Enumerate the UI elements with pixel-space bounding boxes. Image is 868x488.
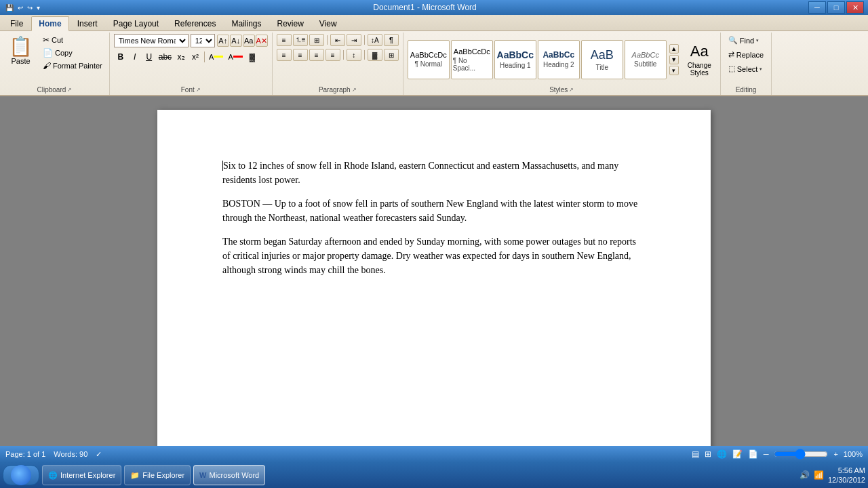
qa-dropdown-button[interactable]: ▾ bbox=[35, 4, 41, 12]
numbering-button[interactable]: ⒈≡ bbox=[293, 34, 308, 46]
clear-formatting-button[interactable]: A✕ bbox=[256, 35, 268, 47]
tab-page-layout[interactable]: Page Layout bbox=[106, 16, 166, 30]
sort-button[interactable]: ↕A bbox=[368, 34, 382, 46]
styles-expander[interactable]: ↗ bbox=[569, 87, 574, 93]
taskbar-word-button[interactable]: W Microsoft Word bbox=[193, 465, 265, 485]
tab-view[interactable]: View bbox=[312, 16, 344, 30]
document-page[interactable]: Six to 12 inches of snow fell in Rhode I… bbox=[157, 110, 711, 446]
tab-insert[interactable]: Insert bbox=[70, 16, 105, 30]
change-case-button[interactable]: Aa bbox=[243, 35, 255, 47]
zoom-slider[interactable] bbox=[774, 450, 828, 458]
ie-icon: 🌐 bbox=[48, 471, 58, 480]
styles-more-button[interactable]: ▾ bbox=[669, 66, 679, 75]
line-spacing-button[interactable]: ↕ bbox=[347, 49, 361, 61]
tab-home[interactable]: Home bbox=[31, 16, 68, 31]
superscript-button[interactable]: x² bbox=[189, 50, 202, 64]
tab-file[interactable]: File bbox=[3, 16, 31, 30]
word-count: Words: 90 bbox=[54, 450, 87, 458]
align-right-button[interactable]: ≡ bbox=[309, 49, 324, 61]
styles-scroll-down-button[interactable]: ▼ bbox=[669, 55, 679, 64]
subscript-button[interactable]: x₂ bbox=[174, 50, 188, 64]
clock-date: 12/30/2012 bbox=[828, 475, 865, 485]
styles-scroll-up-button[interactable]: ▲ bbox=[669, 44, 679, 54]
text-highlight-button[interactable]: A bbox=[207, 50, 225, 64]
volume-icon[interactable]: 📶 bbox=[814, 470, 824, 480]
redo-qa-button[interactable]: ↪ bbox=[26, 4, 34, 12]
tab-mailings[interactable]: Mailings bbox=[224, 16, 269, 30]
view-normal-icon[interactable]: ▤ bbox=[692, 449, 699, 459]
start-button[interactable] bbox=[3, 465, 39, 485]
indent-decrease-button[interactable]: ⇤ bbox=[330, 34, 345, 46]
view-outline-icon[interactable]: 📝 bbox=[732, 449, 743, 459]
change-styles-button[interactable]: Aa Change Styles bbox=[683, 39, 716, 80]
paste-label: Paste bbox=[11, 57, 30, 65]
style-subtitle[interactable]: AaBbCc Subtitle bbox=[625, 40, 667, 79]
spell-check-icon[interactable]: ✓ bbox=[96, 450, 102, 459]
bold-button[interactable]: B bbox=[114, 50, 127, 64]
save-qa-button[interactable]: 💾 bbox=[4, 4, 15, 12]
font-color-button[interactable]: A bbox=[226, 50, 244, 64]
font-expander[interactable]: ↗ bbox=[196, 87, 201, 93]
minimize-button[interactable]: ─ bbox=[808, 1, 826, 14]
grow-font-button[interactable]: A↑ bbox=[217, 35, 229, 47]
zoom-out-button[interactable]: ─ bbox=[764, 450, 769, 458]
system-clock[interactable]: 5:56 AM 12/30/2012 bbox=[828, 466, 865, 485]
view-full-screen-icon[interactable]: ⊞ bbox=[705, 449, 711, 459]
replace-button[interactable]: ⇄ Replace bbox=[725, 48, 767, 61]
shrink-font-button[interactable]: A↓ bbox=[230, 35, 242, 47]
select-button[interactable]: ⬚ Select ▾ bbox=[725, 62, 767, 75]
style-heading1[interactable]: AaBbCc Heading 1 bbox=[494, 40, 536, 79]
network-icon[interactable]: 🔊 bbox=[800, 470, 810, 480]
justify-button[interactable]: ≡ bbox=[326, 49, 340, 61]
zoom-in-button[interactable]: + bbox=[833, 450, 837, 458]
tab-review[interactable]: Review bbox=[269, 16, 311, 30]
paste-button[interactable]: 📋 Paste bbox=[4, 34, 37, 68]
styles-gallery: AaBbCcDc ¶ Normal AaBbCcDc ¶ No Spaci...… bbox=[408, 40, 667, 79]
style-title[interactable]: AaB Title bbox=[581, 40, 623, 79]
view-web-icon[interactable]: 🌐 bbox=[717, 449, 727, 459]
style-heading2[interactable]: AaBbCc Heading 2 bbox=[538, 40, 580, 79]
multilevel-button[interactable]: ⊞ bbox=[309, 34, 324, 46]
font-content: Times New Roman 12 A↑ A↓ Aa A✕ B I U bbox=[114, 34, 268, 85]
font-name-select[interactable]: Times New Roman bbox=[114, 34, 189, 47]
paste-icon: 📋 bbox=[9, 37, 33, 56]
editing-buttons: 🔍 Find ▾ ⇄ Replace ⬚ Select ▾ bbox=[725, 34, 767, 75]
font-size-select[interactable]: 12 bbox=[191, 34, 215, 47]
view-draft-icon[interactable]: 📄 bbox=[748, 449, 758, 459]
format-painter-button[interactable]: 🖌 Format Painter bbox=[40, 60, 105, 72]
change-styles-label: Change Styles bbox=[688, 62, 711, 77]
clipboard-group-label: Clipboard ↗ bbox=[4, 86, 105, 94]
underline-button[interactable]: U bbox=[142, 50, 156, 64]
find-button[interactable]: 🔍 Find ▾ bbox=[725, 34, 767, 47]
align-center-button[interactable]: ≡ bbox=[293, 49, 308, 61]
style-normal-preview: AaBbCcDc bbox=[410, 51, 447, 59]
sep bbox=[327, 35, 328, 45]
format-painter-icon: 🖌 bbox=[43, 61, 51, 70]
style-normal[interactable]: AaBbCcDc ¶ Normal bbox=[408, 40, 450, 79]
undo-qa-button[interactable]: ↩ bbox=[16, 4, 24, 12]
maximize-button[interactable]: □ bbox=[827, 1, 845, 14]
bullets-button[interactable]: ≡ bbox=[277, 34, 292, 46]
taskbar-explorer-button[interactable]: 📁 File Explorer bbox=[124, 465, 191, 485]
show-hide-button[interactable]: ¶ bbox=[384, 34, 399, 46]
taskbar-right: 🔊 📶 5:56 AM 12/30/2012 bbox=[800, 466, 865, 485]
cut-button[interactable]: ✂ Cut bbox=[40, 34, 105, 46]
borders-button[interactable]: ⊞ bbox=[384, 49, 399, 61]
close-button[interactable]: ✕ bbox=[846, 1, 864, 14]
style-subtitle-label: Subtitle bbox=[634, 60, 656, 68]
paragraph-expander[interactable]: ↗ bbox=[352, 87, 357, 93]
paragraph-group: ≡ ⒈≡ ⊞ ⇤ ⇥ ↕A ¶ ≡ ≡ ≡ ≡ ↕ bbox=[273, 33, 403, 95]
italic-button[interactable]: I bbox=[128, 50, 142, 64]
clipboard-expander[interactable]: ↗ bbox=[67, 87, 72, 93]
style-no-spacing[interactable]: AaBbCcDc ¶ No Spaci... bbox=[451, 40, 493, 79]
ribbon-tab-bar: File Home Insert Page Layout References … bbox=[0, 15, 868, 31]
tab-references[interactable]: References bbox=[167, 16, 223, 30]
paragraph-2: BOSTON — Up to a foot of snow fell in pa… bbox=[222, 197, 646, 225]
shading-para-button[interactable]: ▓ bbox=[368, 49, 382, 61]
align-left-button[interactable]: ≡ bbox=[277, 49, 292, 61]
strikethrough-button[interactable]: abc bbox=[157, 50, 174, 64]
indent-increase-button[interactable]: ⇥ bbox=[347, 34, 361, 46]
shading-button[interactable]: ▓ bbox=[245, 50, 259, 64]
copy-button[interactable]: 📄 Copy bbox=[40, 47, 105, 59]
taskbar-ie-button[interactable]: 🌐 Internet Explorer bbox=[42, 465, 121, 485]
